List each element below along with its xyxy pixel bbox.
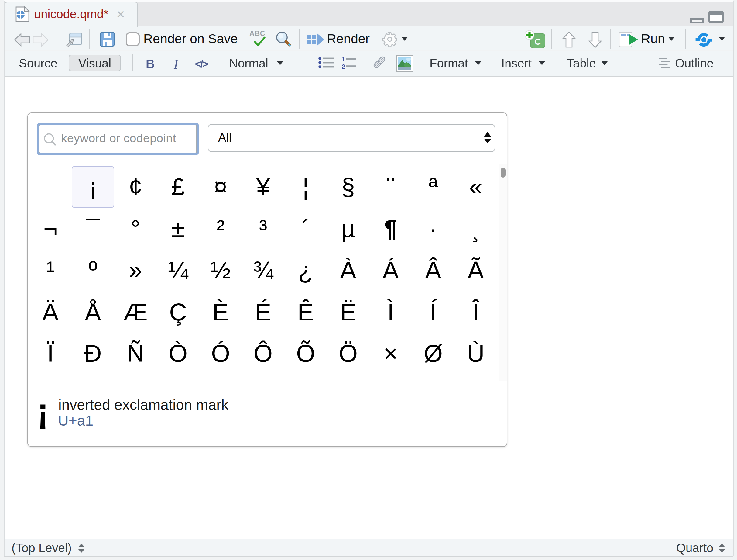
svg-text:2: 2 [342, 63, 345, 69]
svg-text:C: C [534, 36, 541, 47]
svg-text:1: 1 [342, 56, 345, 63]
